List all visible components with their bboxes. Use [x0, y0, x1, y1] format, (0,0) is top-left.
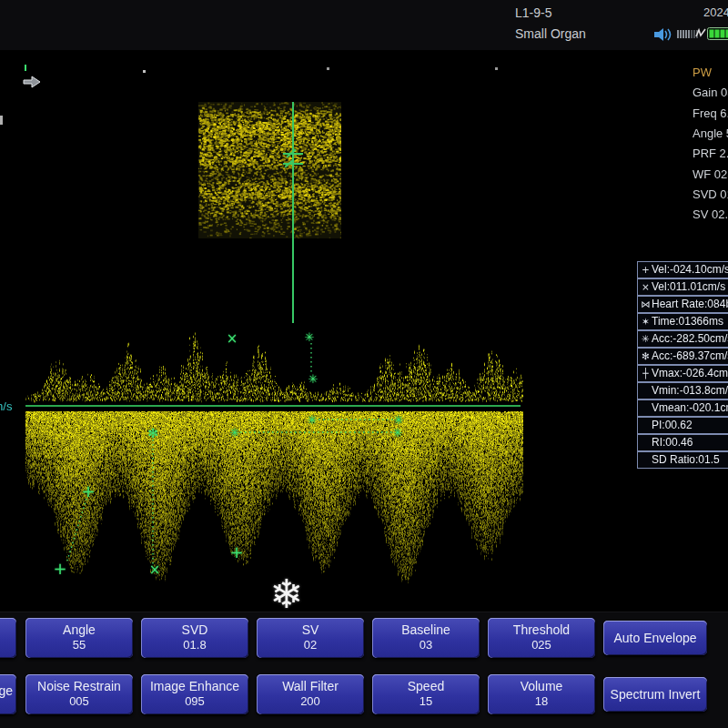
caliper-star-marker: ✳ — [308, 414, 318, 426]
caliper-star-marker: ✳ — [394, 414, 404, 426]
softkey-speed[interactable]: Speed15 — [372, 674, 480, 714]
result-row-heart-rate: ⋈Heart Rate:084bpm — [637, 296, 728, 313]
result-row-vmax: ┼Vmax:-026.4cm/s — [637, 365, 728, 382]
softkey-label: SVD — [141, 622, 248, 638]
softkey-blank[interactable] — [0, 618, 16, 658]
result-row-time: ✶Time:01366ms — [637, 313, 728, 330]
softkey-value: 025 — [488, 638, 595, 652]
softkey-panel: Angle55SVD01.8SV02Baseline03Threshold025… — [0, 612, 728, 728]
setting-wf: WF 025 — [693, 167, 728, 181]
softkey-value: 005 — [25, 694, 133, 709]
caliper-plus-marker: + — [229, 544, 243, 561]
setting-freq: Freq 6.7 — [693, 106, 728, 120]
result-text: Vmean:-020.1cm/s — [652, 400, 728, 416]
softkey-ge[interactable]: ge — [0, 674, 16, 714]
softkey-angle[interactable]: Angle55 — [25, 618, 133, 658]
softkey-value: 02 — [257, 638, 364, 652]
result-marker-glyph: ✻ — [640, 349, 652, 364]
caliper-dotted-line — [66, 499, 86, 563]
softkey-auto-envelope[interactable]: Auto Envelope — [603, 621, 707, 655]
softkey-label: Volume — [488, 679, 595, 694]
softkey-value: 15 — [372, 694, 480, 709]
caliper-x-marker: × — [227, 332, 238, 346]
result-text: Heart Rate:084bpm — [652, 297, 728, 312]
result-marker-glyph: ✳ — [640, 331, 652, 347]
caliper-plus-marker: + — [81, 483, 95, 500]
softkey-threshold[interactable]: Threshold025 — [488, 618, 595, 658]
softkey-label: Angle — [25, 622, 133, 638]
result-row-acc: ✳Acc:-282.50cm/s² — [637, 330, 728, 348]
result-marker-glyph — [640, 452, 652, 468]
result-marker-glyph — [640, 435, 652, 450]
softkey-label: Auto Envelope — [613, 631, 696, 646]
softkey-label: Threshold — [488, 622, 595, 638]
result-text: Acc:-689.37cm/s² — [652, 349, 728, 364]
caliper-star-marker: ✳ — [308, 373, 318, 385]
result-row-vel: ×Vel:011.01cm/s — [637, 278, 728, 296]
result-row-sd-ratio: SD Ratio:01.5 — [637, 451, 728, 469]
softkey-label: Image Enhance — [141, 679, 248, 694]
result-row-pi: PI:00.62 — [637, 417, 728, 434]
result-text: Vmax:-026.4cm/s — [652, 366, 728, 381]
caliper-plus-marker: + — [53, 561, 66, 577]
softkey-spectrum-invert[interactable]: Spectrum Invert — [603, 677, 707, 712]
softkey-svd[interactable]: SVD01.8 — [141, 618, 248, 658]
result-text: PI:00.62 — [652, 418, 693, 433]
softkey-volume[interactable]: Volume18 — [488, 674, 595, 714]
setting-prf: PRF 2.0 — [693, 147, 728, 160]
caliper-x-marker: × — [149, 563, 161, 577]
softkey-wall-filter[interactable]: Wall Filter200 — [257, 674, 364, 714]
softkey-noise-restrain[interactable]: Noise Restrain005 — [25, 674, 133, 714]
softkey-value: 55 — [25, 638, 133, 652]
softkey-value: 18 — [488, 694, 595, 709]
setting-sv: SV 02.0 — [693, 207, 728, 221]
result-marker-glyph — [640, 383, 652, 399]
softkey-baseline[interactable]: Baseline03 — [372, 618, 480, 658]
setting-svd: SVD 01.8 — [693, 187, 728, 201]
softkey-label: Baseline — [372, 622, 480, 638]
softkey-label: ge — [0, 683, 16, 699]
caliper-burst-marker: ✻ — [147, 427, 158, 440]
result-marker-glyph — [640, 400, 652, 416]
scale-tick — [327, 67, 329, 70]
scale-tick — [143, 70, 146, 73]
result-text: RI:00.46 — [652, 435, 693, 450]
setting-angle: Angle 55 — [693, 126, 728, 140]
result-text: Acc:-282.50cm/s² — [652, 331, 728, 347]
softkey-value: 03 — [372, 638, 480, 652]
result-text: Vel:-024.10cm/s — [652, 262, 728, 278]
setting-gain: Gain 030 — [693, 86, 728, 99]
scale-tick — [495, 67, 498, 70]
result-marker-glyph: ✶ — [640, 314, 652, 329]
softkey-image-enhance[interactable]: Image Enhance095 — [141, 674, 248, 714]
result-row-ri: RI:00.46 — [637, 434, 728, 451]
softkey-value: 01.8 — [141, 638, 248, 652]
ultrasound-screen: L1-9-5 Small Organ 2024-0 cm/s — [0, 0, 728, 728]
result-marker-glyph — [640, 418, 652, 433]
result-row-acc: ✻Acc:-689.37cm/s² — [637, 348, 728, 365]
softkey-label: Wall Filter — [257, 679, 364, 694]
result-row-vmin: Vmin:-013.8cm/s — [637, 382, 728, 399]
scale-tick — [0, 116, 3, 125]
caliper-star-marker: ✳ — [230, 427, 240, 439]
result-text: Vmin:-013.8cm/s — [652, 383, 728, 399]
caliper-star-marker: ✳ — [305, 331, 315, 343]
scale-tick — [25, 65, 26, 71]
result-text: Vel:011.01cm/s — [652, 279, 725, 295]
result-marker-glyph: + — [640, 262, 652, 278]
caliper-star-marker: ✳ — [393, 427, 403, 439]
result-text: Time:01366ms — [652, 314, 723, 329]
result-marker-glyph: × — [640, 279, 652, 295]
softkey-value: 095 — [141, 694, 248, 709]
softkey-label: Speed — [372, 679, 480, 694]
softkey-value: 200 — [257, 694, 364, 709]
result-text: SD Ratio:01.5 — [652, 452, 720, 468]
result-marker-glyph: ⋈ — [640, 297, 652, 312]
softkey-sv[interactable]: SV02 — [257, 618, 364, 658]
result-marker-glyph: ┼ — [640, 366, 652, 381]
softkey-label: Spectrum Invert — [611, 687, 701, 703]
softkey-label: SV — [257, 622, 364, 638]
result-row-vmean: Vmean:-020.1cm/s — [637, 399, 728, 417]
softkey-label: Noise Restrain — [25, 679, 133, 694]
results-panel: +Vel:-024.10cm/s×Vel:011.01cm/s⋈Heart Ra… — [637, 261, 728, 469]
